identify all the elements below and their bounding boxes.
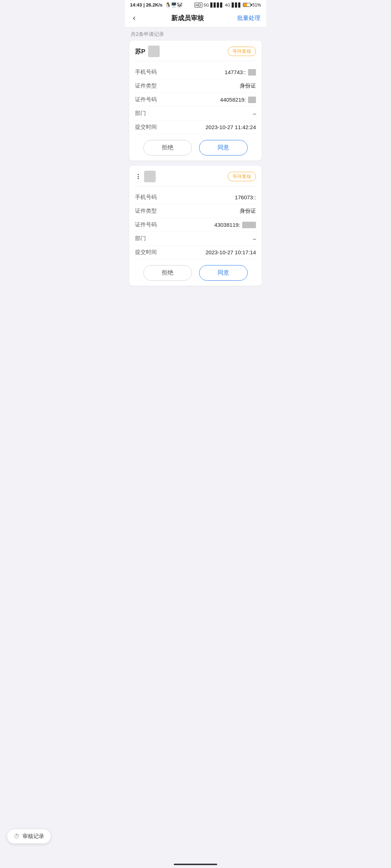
id-num-value-1: 44058219:	[220, 97, 256, 103]
submit-time-label-2: 提交时间	[135, 249, 160, 256]
status-bar: 14:43 | 26.2K/s 🐧🖥️🐼 HD 5G ▋▋▋▋ 4G ▋▋▋ 5…	[125, 0, 266, 9]
dept-row-2: 部门 –	[135, 232, 256, 246]
reject-button-1[interactable]: 拒绝	[143, 140, 192, 156]
id-type-label-2: 证件类型	[135, 208, 160, 214]
blur-id-1	[248, 97, 256, 103]
signal-5g: 5G	[204, 3, 209, 7]
dept-value-1: –	[253, 110, 256, 116]
member-name-2: ⋮	[135, 173, 141, 180]
record-count: 共2条申请记录	[125, 27, 266, 41]
id-type-label-1: 证件类型	[135, 82, 160, 89]
card-header-1: 苏P 等待复核	[135, 46, 256, 61]
reject-button-2[interactable]: 拒绝	[143, 265, 192, 281]
id-num-label-1: 证件号码	[135, 96, 160, 103]
dept-label-1: 部门	[135, 110, 160, 117]
member-card-2: ⋮ 等待复核 手机号码 176073:: 证件类型 身份证 证件号码 43038…	[129, 166, 262, 286]
submit-time-value-2: 2023-10-27 10:17:14	[206, 249, 256, 255]
status-badge-1: 等待复核	[228, 47, 256, 56]
signal-bars: ▋▋▋▋	[210, 3, 223, 8]
batch-process-button[interactable]: 批量处理	[237, 14, 260, 22]
approve-button-1[interactable]: 同意	[199, 140, 248, 156]
card-name-row-2: ⋮	[135, 171, 156, 182]
id-num-row-2: 证件号码 43038119:	[135, 218, 256, 232]
submit-time-label-1: 提交时间	[135, 124, 160, 131]
phone-value-1: 147743::	[225, 69, 256, 76]
phone-row-1: 手机号码 147743::	[135, 65, 256, 79]
battery-percent: 51%	[252, 3, 261, 8]
nav-bar: ‹ 新成员审核 批量处理	[125, 9, 266, 27]
phone-label-2: 手机号码	[135, 194, 160, 201]
phone-value-2: 176073::	[235, 194, 256, 200]
blur-id-2	[242, 222, 256, 228]
status-time-network: 14:43 | 26.2K/s 🐧🖥️🐼	[130, 2, 182, 8]
id-type-row-2: 证件类型 身份证	[135, 204, 256, 218]
card-name-row-1: 苏P	[135, 46, 160, 57]
phone-row-2: 手机号码 176073::	[135, 191, 256, 204]
status-badge-2: 等待复核	[228, 172, 256, 181]
member-name-1: 苏P	[135, 47, 145, 56]
blur-phone-1	[248, 69, 256, 76]
submit-time-row-1: 提交时间 2023-10-27 11:42:24	[135, 120, 256, 134]
id-num-value-2: 43038119:	[214, 222, 256, 228]
avatar-2	[144, 171, 156, 182]
card-actions-2: 拒绝 同意	[135, 265, 256, 281]
card-actions-1: 拒绝 同意	[135, 140, 256, 156]
page-title: 新成员审核	[171, 14, 204, 22]
approve-button-2[interactable]: 同意	[199, 265, 248, 281]
id-num-row-1: 证件号码 44058219:	[135, 93, 256, 107]
member-card-1: 苏P 等待复核 手机号码 147743:: 证件类型 身份证 证件号码 4405…	[129, 41, 262, 161]
card-header-2: ⋮ 等待复核	[135, 171, 256, 186]
id-type-value-2: 身份证	[240, 208, 256, 214]
hd-badge: HD	[194, 3, 202, 8]
avatar-1	[148, 46, 160, 57]
signal-4g: 4G	[225, 3, 230, 7]
id-type-value-1: 身份证	[240, 82, 256, 89]
status-right: HD 5G ▋▋▋▋ 4G ▋▋▋ 51%	[194, 3, 261, 8]
back-button[interactable]: ‹	[131, 13, 138, 24]
dept-label-2: 部门	[135, 235, 160, 242]
id-type-row-1: 证件类型 身份证	[135, 79, 256, 93]
phone-label-1: 手机号码	[135, 69, 160, 76]
battery-icon	[243, 3, 251, 7]
submit-time-row-2: 提交时间 2023-10-27 10:17:14	[135, 246, 256, 259]
id-num-label-2: 证件号码	[135, 221, 160, 228]
signal-bars-2: ▋▋▋	[232, 3, 241, 8]
dept-row-1: 部门 –	[135, 107, 256, 120]
submit-time-value-1: 2023-10-27 11:42:24	[206, 124, 256, 130]
dept-value-2: –	[253, 235, 256, 242]
